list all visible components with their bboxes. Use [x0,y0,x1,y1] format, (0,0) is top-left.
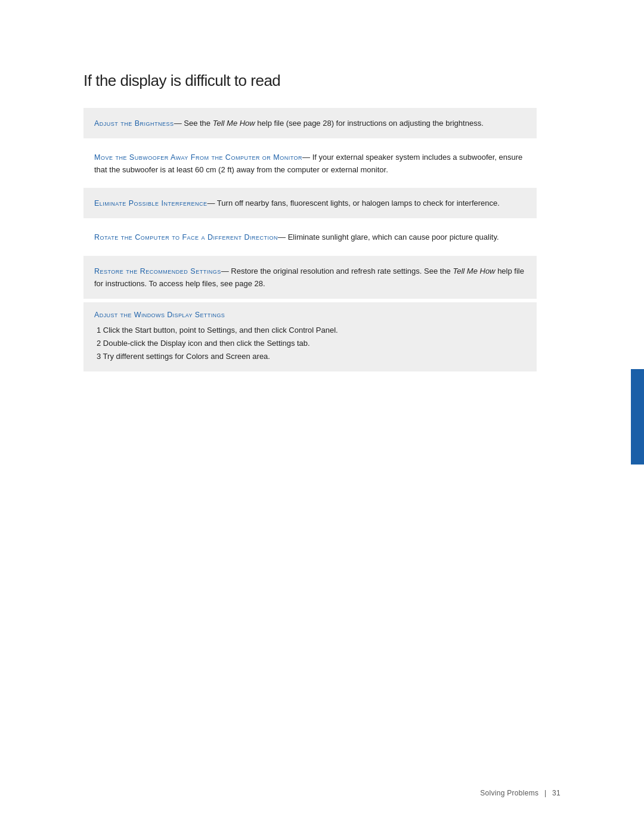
section-interference-body: Eliminate Possible Interference— Turn of… [94,197,526,210]
section-restore-settings: Restore the Recommended Settings— Restor… [83,256,537,299]
heading-rotate: Rotate the Computer to Face a Different … [94,233,278,241]
interference-separator: — [207,199,216,208]
section-brightness-body: Adjust the Brightness— See the Tell Me H… [94,117,526,130]
section-adjust-windows: Adjust the Windows Display Settings 1 Cl… [83,302,537,371]
section-rotate-computer: Rotate the Computer to Face a Different … [83,222,537,252]
heading-restore: Restore the Recommended Settings [94,267,221,275]
list-item-1: 1 Click the Start button, point to Setti… [94,324,526,337]
heading-interference: Eliminate Possible Interference [94,199,207,208]
subwoofer-separator: — [302,153,312,162]
heading-windows-display: Adjust the Windows Display Settings [94,311,526,319]
footer: Solving Problems | 31 [480,789,561,797]
page-title: If the display is difficult to read [83,72,537,90]
restore-separator: — [221,267,231,275]
side-tab [631,369,644,465]
section-rotate-body: Rotate the Computer to Face a Different … [94,231,526,244]
section-eliminate-interference: Eliminate Possible Interference— Turn of… [83,188,537,218]
list-item-3: 3 Try different settings for Colors and … [94,350,526,363]
page-container: If the display is difficult to read Adju… [0,0,644,833]
footer-label: Solving Problems [480,789,538,797]
restore-book-title: Tell Me How [453,267,495,275]
heading-brightness: Adjust the Brightness [94,119,174,128]
brightness-book-title: Tell Me How [213,119,255,128]
heading-subwoofer: Move the Subwoofer Away From the Compute… [94,153,302,162]
footer-separator: | [544,789,546,797]
brightness-separator: — [174,119,182,128]
list-item-2: 2 Double-click the Display icon and then… [94,337,526,350]
section-move-subwoofer: Move the Subwoofer Away From the Compute… [83,142,537,185]
section-adjust-brightness: Adjust the Brightness— See the Tell Me H… [83,108,537,138]
content-area: If the display is difficult to read Adju… [83,72,537,371]
section-subwoofer-body: Move the Subwoofer Away From the Compute… [94,151,526,176]
rotate-separator: — [278,233,288,241]
footer-page-number: 31 [552,789,561,797]
section-restore-body: Restore the Recommended Settings— Restor… [94,265,526,290]
